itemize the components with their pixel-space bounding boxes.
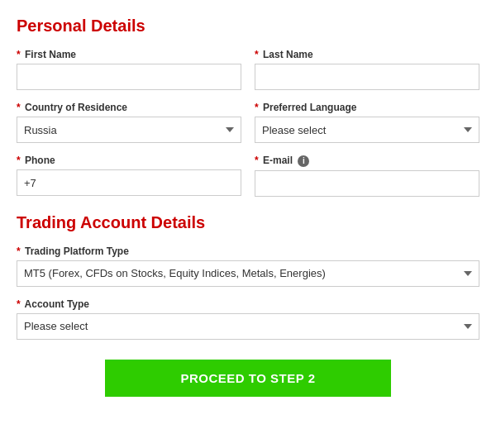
country-language-row: * Country of Residence Russia USA UK * P… bbox=[17, 102, 479, 143]
account-type-select[interactable]: Please select Standard Pro ECN bbox=[17, 313, 479, 340]
required-star: * bbox=[17, 155, 21, 166]
required-star: * bbox=[255, 102, 259, 113]
personal-details-title: Personal Details bbox=[17, 17, 479, 36]
trading-section-title: Trading Account Details bbox=[17, 213, 479, 232]
email-label: * E-mail i bbox=[255, 155, 479, 167]
platform-type-group: * Trading Platform Type MT5 (Forex, CFDs… bbox=[17, 245, 479, 287]
proceed-to-step2-button[interactable]: PROCEED TO STEP 2 bbox=[105, 360, 391, 397]
country-select[interactable]: Russia USA UK bbox=[17, 117, 241, 143]
name-row: * First Name * Last Name bbox=[17, 49, 479, 90]
first-name-label: * First Name bbox=[17, 49, 241, 60]
preferred-language-group: * Preferred Language Please select Engli… bbox=[255, 102, 479, 143]
required-star: * bbox=[255, 155, 259, 166]
country-label: * Country of Residence bbox=[17, 102, 241, 113]
account-type-group: * Account Type Please select Standard Pr… bbox=[17, 298, 479, 340]
last-name-input[interactable] bbox=[255, 64, 479, 90]
email-input[interactable] bbox=[255, 170, 479, 197]
preferred-language-label: * Preferred Language bbox=[255, 102, 479, 113]
country-group: * Country of Residence Russia USA UK bbox=[17, 102, 241, 143]
required-star: * bbox=[17, 49, 21, 60]
trading-account-section: Trading Account Details * Trading Platfo… bbox=[17, 213, 479, 340]
required-star: * bbox=[17, 102, 21, 113]
last-name-group: * Last Name bbox=[255, 49, 479, 90]
platform-type-label: * Trading Platform Type bbox=[17, 245, 479, 257]
first-name-group: * First Name bbox=[17, 49, 241, 90]
personal-details-section: Personal Details * First Name * Last Nam… bbox=[17, 17, 479, 197]
account-type-label: * Account Type bbox=[17, 298, 479, 310]
last-name-label: * Last Name bbox=[255, 49, 479, 60]
email-group: * E-mail i bbox=[255, 155, 479, 197]
platform-type-row: * Trading Platform Type MT5 (Forex, CFDs… bbox=[17, 245, 479, 287]
phone-label: * Phone bbox=[17, 155, 241, 166]
platform-type-select[interactable]: MT5 (Forex, CFDs on Stocks, Equity Indic… bbox=[17, 260, 479, 287]
email-info-icon: i bbox=[298, 155, 309, 167]
phone-email-row: * Phone * E-mail i bbox=[17, 155, 479, 197]
required-star: * bbox=[255, 49, 259, 60]
phone-group: * Phone bbox=[17, 155, 241, 197]
phone-input[interactable] bbox=[17, 169, 241, 196]
first-name-input[interactable] bbox=[17, 64, 241, 90]
preferred-language-select[interactable]: Please select English Russian Spanish Ar… bbox=[255, 117, 479, 143]
required-star: * bbox=[17, 245, 21, 257]
account-type-row: * Account Type Please select Standard Pr… bbox=[17, 298, 479, 340]
proceed-button-container: PROCEED TO STEP 2 bbox=[17, 360, 479, 397]
required-star: * bbox=[17, 298, 21, 310]
